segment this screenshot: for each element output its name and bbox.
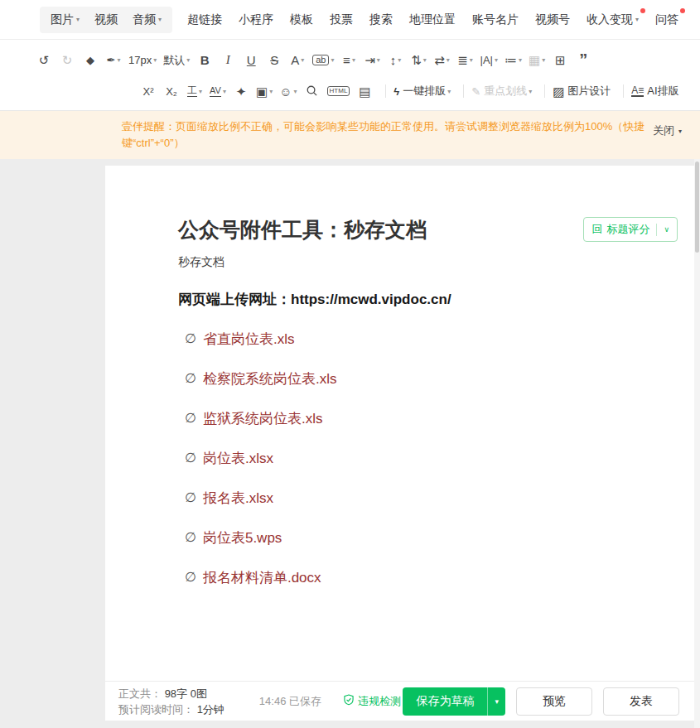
key-underline-button[interactable]: ✎ 重点划线 ▾ xyxy=(471,80,533,102)
attachment-name: 岗位表.xlsx xyxy=(203,449,273,468)
bold-button[interactable]: B xyxy=(196,49,214,70)
chevron-down-icon: ▾ xyxy=(447,56,450,64)
image-design-button[interactable]: ▨ 图片设计 xyxy=(552,80,611,102)
redo-button[interactable]: ↻ xyxy=(58,49,76,70)
menubar-item-template[interactable]: 模板 xyxy=(290,12,313,27)
top-menubar: 图片 ▾ 视频 音频 ▾ 超链接 小程序 模板 投票 搜索 地理位置 账号名片 … xyxy=(0,0,700,40)
insert-object-button[interactable]: ▦▾ xyxy=(528,49,546,70)
ordered-list-button[interactable]: ≔▾ xyxy=(504,49,523,70)
menubar-item-hyperlink[interactable]: 超链接 xyxy=(187,12,222,27)
highlight-color-button[interactable]: ab▾ xyxy=(311,49,335,70)
strikethrough-button[interactable]: S xyxy=(265,49,283,70)
attachment-link[interactable]: ∅ 报名材料清单.docx xyxy=(185,557,620,597)
attachment-link[interactable]: ∅ 岗位表5.wps xyxy=(185,518,620,557)
text-width-button[interactable]: |A|▾ xyxy=(480,49,499,70)
paragraph-spacing-button[interactable]: ⇅▾ xyxy=(410,49,428,70)
search-icon xyxy=(306,84,318,99)
save-draft-label: 保存为草稿 xyxy=(403,687,487,716)
material-box-icon: ▤ xyxy=(359,85,370,98)
ai-layout-button[interactable]: A≡ AI排版 xyxy=(630,80,679,102)
subscript-button[interactable]: X₂ xyxy=(162,80,181,102)
clear-format-icon: ✒ xyxy=(107,55,116,65)
menubar-item-vote[interactable]: 投票 xyxy=(330,12,353,27)
font-color-button[interactable]: A▾ xyxy=(288,49,307,70)
warning-message: 页面缩放比例不正确，可能会影响某些功能的正常使用。请尝试调整浏览器缩放比例为10… xyxy=(122,120,644,149)
find-replace-button[interactable] xyxy=(303,80,321,102)
letter-spacing-button[interactable]: ⇄▾ xyxy=(433,49,451,70)
attachment-list: ∅ 省直岗位表.xls ∅ 检察院系统岗位表.xls ∅ 监狱系统岗位表.xls… xyxy=(178,319,620,597)
indent-button[interactable]: ⇥▾ xyxy=(364,49,382,70)
score-icon: 回 xyxy=(591,222,602,237)
menubar-item-channels[interactable]: 视频号 xyxy=(535,12,570,27)
attachment-link[interactable]: ∅ 报名表.xlsx xyxy=(185,478,620,518)
image-design-label: 图片设计 xyxy=(567,84,611,99)
title-score-button[interactable]: 回 标题评分 ∨ xyxy=(583,217,678,242)
attachment-link[interactable]: ∅ 监狱系统岗位表.xls xyxy=(185,398,620,438)
menu-label: 视频 xyxy=(94,12,118,27)
vertical-scrollbar[interactable] xyxy=(694,159,700,728)
subscript-icon: X₂ xyxy=(166,86,177,97)
chevron-down-icon: ▾ xyxy=(495,56,498,64)
menubar-item-location[interactable]: 地理位置 xyxy=(409,12,456,27)
chevron-down-icon: ▾ xyxy=(158,16,162,23)
attachment-link[interactable]: ∅ 检察院系统岗位表.xls xyxy=(185,359,620,398)
chevron-down-icon: ▾ xyxy=(529,88,532,95)
attachment-link[interactable]: ∅ 省直岗位表.xls xyxy=(185,319,620,359)
image-tool-button[interactable]: ▣▾ xyxy=(255,80,273,102)
attachment-name: 岗位表5.wps xyxy=(203,528,282,547)
menubar-item-image[interactable]: 图片 ▾ xyxy=(43,12,87,27)
author-field[interactable]: 秒存文档 xyxy=(178,255,620,270)
undo-button[interactable]: ↺ xyxy=(35,49,53,70)
align-button[interactable]: ≡▾ xyxy=(340,49,359,70)
menubar-item-miniprogram[interactable]: 小程序 xyxy=(239,12,273,27)
font-family-select[interactable]: 默认▾ xyxy=(162,49,191,70)
attachment-name: 检察院系统岗位表.xls xyxy=(203,369,337,388)
menu-label: 收入变现 xyxy=(587,12,633,27)
compliance-check-button[interactable]: 违规检测 xyxy=(343,694,401,709)
attachment-link[interactable]: ∅ 岗位表.xlsx xyxy=(185,438,620,478)
format-painter-button[interactable]: ◆ xyxy=(81,49,99,70)
marker-pen-icon: ✎ xyxy=(471,86,480,97)
emoji-button[interactable]: ☺▾ xyxy=(278,80,297,102)
scrollbar-thumb[interactable] xyxy=(695,162,699,253)
list-button[interactable]: ≣▾ xyxy=(456,49,475,70)
magic-format-button[interactable]: ✦ xyxy=(232,80,250,102)
text-border-button[interactable]: AV▾ xyxy=(209,80,227,102)
chevron-down-icon: ∨ xyxy=(664,225,669,234)
superscript-icon: X² xyxy=(143,86,154,97)
chevron-down-icon: ▾ xyxy=(269,88,273,95)
material-box-button[interactable]: ▤ xyxy=(355,80,374,102)
chevron-down-icon: ▾ xyxy=(470,56,473,64)
pinyin-button[interactable]: 工▾ xyxy=(186,80,204,102)
menubar-item-search[interactable]: 搜索 xyxy=(369,12,393,27)
menubar-item-monetize[interactable]: 收入变现 ▾ xyxy=(587,12,639,27)
menubar-item-video[interactable]: 视频 xyxy=(87,12,125,27)
warning-close-button[interactable]: 关闭 ▾ xyxy=(653,123,682,138)
line-height-button[interactable]: ↕▾ xyxy=(387,49,405,70)
superscript-button[interactable]: X² xyxy=(139,80,157,102)
chevron-down-icon: ▾ xyxy=(223,88,226,95)
save-draft-dropdown[interactable]: ▾ xyxy=(487,687,505,716)
quote-button[interactable]: ” xyxy=(574,49,592,70)
letter-spacing-icon: ⇄ xyxy=(434,54,445,66)
preview-button[interactable]: 预览 xyxy=(516,687,592,716)
upload-url-line[interactable]: 网页端上传网址：https://mcwd.vipdoc.cn/ xyxy=(178,290,620,309)
underline-button[interactable]: U xyxy=(242,49,260,70)
italic-button[interactable]: I xyxy=(219,49,237,70)
menubar-item-qa[interactable]: 问答 xyxy=(655,12,678,27)
attachment-icon: ∅ xyxy=(185,531,196,544)
menubar-item-audio[interactable]: 音频 ▾ xyxy=(125,12,169,27)
red-dot-badge xyxy=(640,8,645,13)
publish-button[interactable]: 发表 xyxy=(603,687,679,716)
article-title[interactable]: 公众号附件工具：秒存文档 xyxy=(178,215,620,243)
one-click-layout-button[interactable]: ϟ 一键排版 ▾ xyxy=(393,80,451,102)
table-button[interactable]: ⊞ xyxy=(551,49,569,70)
html-source-button[interactable]: HTML xyxy=(326,80,351,102)
red-dot-badge xyxy=(680,8,685,13)
text-width-icon: |A| xyxy=(480,55,493,65)
save-draft-button[interactable]: 保存为草稿 ▾ xyxy=(403,687,505,716)
menubar-item-account-card[interactable]: 账号名片 xyxy=(472,12,519,27)
attachment-icon: ∅ xyxy=(185,491,196,504)
clear-format-button[interactable]: ✒▾ xyxy=(104,49,123,70)
font-size-select[interactable]: 17px▾ xyxy=(128,49,157,70)
